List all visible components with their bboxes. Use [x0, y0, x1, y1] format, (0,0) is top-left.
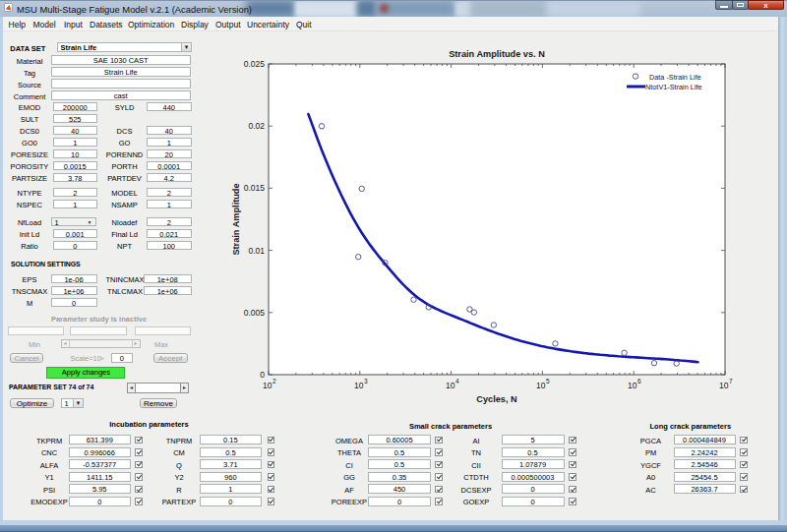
- svg-text:10: 10: [446, 381, 455, 390]
- svg-text:2: 2: [272, 378, 276, 384]
- svg-text:Data -Strain Life: Data -Strain Life: [649, 73, 701, 82]
- svg-text:10: 10: [628, 381, 637, 390]
- svg-text:3: 3: [364, 378, 368, 384]
- svg-text:7: 7: [729, 378, 733, 384]
- svg-text:0.01: 0.01: [248, 246, 265, 256]
- svg-text:Strain Amplitude vs. N: Strain Amplitude vs. N: [449, 49, 545, 59]
- svg-text:Cycles, N: Cycles, N: [476, 394, 517, 404]
- svg-text:NtotV1-Strain Life: NtotV1-Strain Life: [645, 83, 702, 91]
- svg-text:0.005: 0.005: [244, 308, 266, 318]
- svg-text:0.02: 0.02: [248, 121, 265, 131]
- svg-text:0.015: 0.015: [244, 183, 266, 193]
- svg-text:10: 10: [354, 381, 364, 390]
- svg-text:6: 6: [637, 378, 641, 384]
- svg-text:4: 4: [455, 378, 459, 384]
- svg-text:5: 5: [546, 378, 550, 384]
- svg-text:10: 10: [719, 381, 729, 390]
- svg-text:10: 10: [263, 381, 272, 390]
- svg-text:0: 0: [260, 370, 265, 380]
- svg-text:Strain Amplitude: Strain Amplitude: [231, 183, 241, 255]
- svg-text:10: 10: [536, 381, 546, 390]
- svg-text:0.025: 0.025: [244, 59, 266, 69]
